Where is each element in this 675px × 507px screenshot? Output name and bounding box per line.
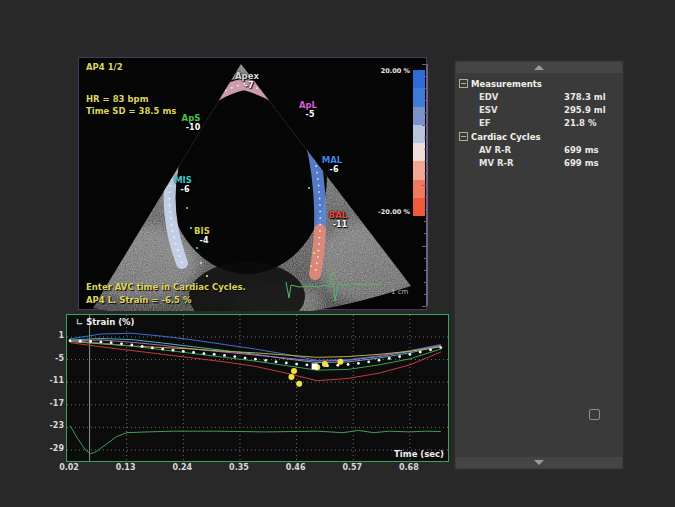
- segment-label-bis: BIS: [194, 226, 210, 236]
- ruler-tick: [422, 64, 426, 65]
- colorbar-segment-0: [413, 70, 425, 88]
- depth-ruler: [426, 64, 428, 306]
- ruler-tick: [424, 137, 426, 138]
- ruler-tick: [424, 88, 426, 89]
- ruler-tick: [424, 282, 426, 283]
- colorbar-segment-4: [413, 143, 425, 161]
- ruler-tick: [422, 246, 426, 247]
- ruler-tick: [424, 76, 426, 77]
- ruler-tick: [424, 173, 426, 174]
- y-tick-label: 1: [36, 331, 64, 340]
- measurements-panel: MeasurementsEDV378.3 mlESV295.9 mlEF21.8…: [454, 60, 624, 470]
- segment-value-apl: -5: [306, 110, 315, 119]
- segment-label-mis: MIS: [174, 175, 192, 185]
- ruler-tick: [424, 161, 426, 162]
- scroll-down-icon[interactable]: [534, 460, 544, 465]
- x-tick-label: 0.24: [172, 463, 192, 472]
- colorbar-segment-2: [413, 107, 425, 125]
- ruler-tick: [424, 209, 426, 210]
- colorbar-segment-5: [413, 161, 425, 179]
- measurement-label: ESV: [479, 105, 498, 115]
- colorbar-segment-3: [413, 125, 425, 143]
- view-label: AP4 1/2: [86, 62, 123, 72]
- x-tick-label: 0.02: [59, 463, 79, 472]
- segment-label-mal: MAL: [322, 155, 342, 165]
- strain-result: AP4 L. Strain = -6.5 %: [86, 295, 191, 305]
- ruler-tick: [424, 258, 426, 259]
- colorbar-segment-7: [413, 198, 425, 216]
- segment-value-bis: -4: [200, 236, 209, 245]
- measurement-label: EF: [479, 118, 491, 128]
- panel-marker-icon: [589, 409, 600, 420]
- y-tick-label: -29: [36, 444, 64, 453]
- hr-readout: HR = 83 bpm: [86, 94, 149, 104]
- scroll-up-strip[interactable]: [456, 62, 622, 73]
- segment-value-apex: -7: [245, 81, 254, 90]
- y-tick-label: -23: [36, 421, 64, 430]
- scroll-up-icon[interactable]: [534, 65, 544, 70]
- ruler-tick: [422, 125, 426, 126]
- measurement-label: MV R-R: [479, 158, 514, 168]
- ruler-tick: [424, 100, 426, 101]
- chart-title: ∟Strain (%): [76, 317, 134, 327]
- y-tick-label: -17: [36, 399, 64, 408]
- x-tick-label: 0.57: [342, 463, 362, 472]
- strain-chart-panel: ∟Strain (%) Time (sec): [66, 314, 449, 462]
- collapse-icon[interactable]: [459, 132, 468, 141]
- x-axis-label: Time (sec): [394, 449, 444, 459]
- colorbar-segment-6: [413, 180, 425, 198]
- section-header-1: Cardiac Cycles: [459, 131, 540, 142]
- collapse-icon[interactable]: [459, 79, 468, 88]
- ruler-tick: [422, 306, 426, 307]
- segment-label-apl: ApL: [299, 100, 317, 110]
- peak-strain-marker: [296, 381, 302, 387]
- section-title: Cardiac Cycles: [471, 132, 540, 142]
- measurement-label: EDV: [479, 92, 498, 102]
- segment-value-mal: -6: [330, 165, 339, 174]
- colorbar-max-label: 20.00 %: [364, 67, 410, 75]
- peak-strain-marker: [288, 374, 294, 380]
- application-window: AP4 1/2 HR = 83 bpm Time SD = 38.5 ms En…: [0, 0, 675, 507]
- peak-strain-marker: [337, 359, 343, 365]
- time-sd-readout: Time SD = 38.5 ms: [86, 106, 176, 116]
- measurement-label: AV R-R: [479, 145, 511, 155]
- measurement-value: 21.8 %: [564, 118, 596, 128]
- strain-curve-bal: [70, 343, 441, 381]
- measurement-value: 699 ms: [564, 158, 599, 168]
- x-tick-label: 0.46: [286, 463, 306, 472]
- y-tick-label: -5: [36, 354, 64, 363]
- segment-value-bal: -11: [333, 220, 347, 229]
- x-tick-label: 0.35: [229, 463, 249, 472]
- ruler-tick: [422, 185, 426, 186]
- segment-value-aps: -10: [186, 123, 200, 132]
- measurement-value: 699 ms: [564, 145, 599, 155]
- segment-label-bal: BAL: [329, 210, 347, 220]
- segment-value-mis: -6: [181, 185, 190, 194]
- ruler-tick: [424, 197, 426, 198]
- strain-chart: [67, 315, 448, 461]
- ruler-tick: [424, 294, 426, 295]
- x-tick-label: 0.68: [399, 463, 419, 472]
- x-tick-label: 0.13: [116, 463, 136, 472]
- current-frame-marker: [312, 363, 318, 369]
- ruler-tick: [424, 112, 426, 113]
- scale-label: 1 cm: [391, 288, 408, 296]
- ruler-tick: [424, 270, 426, 271]
- strain-colorbar: [413, 70, 425, 216]
- section-title: Measurements: [471, 79, 542, 89]
- scroll-down-strip[interactable]: [456, 457, 622, 468]
- ruler-tick: [424, 233, 426, 234]
- peak-strain-marker: [291, 368, 297, 374]
- segment-label-apex: Apex: [235, 71, 259, 81]
- colorbar-min-label: -20.00 %: [364, 208, 410, 216]
- y-tick-label: -11: [36, 376, 64, 385]
- axis-corner-icon: ∟: [76, 317, 83, 327]
- ruler-tick: [424, 221, 426, 222]
- measurement-value: 378.3 ml: [564, 92, 606, 102]
- ruler-tick: [424, 149, 426, 150]
- avc-message: Enter AVC time in Cardiac Cycles.: [86, 282, 246, 292]
- peak-strain-marker: [322, 361, 328, 367]
- measurement-value: 295.9 ml: [564, 105, 606, 115]
- ultrasound-panel: AP4 1/2 HR = 83 bpm Time SD = 38.5 ms En…: [78, 57, 427, 310]
- segment-label-aps: ApS: [182, 113, 201, 123]
